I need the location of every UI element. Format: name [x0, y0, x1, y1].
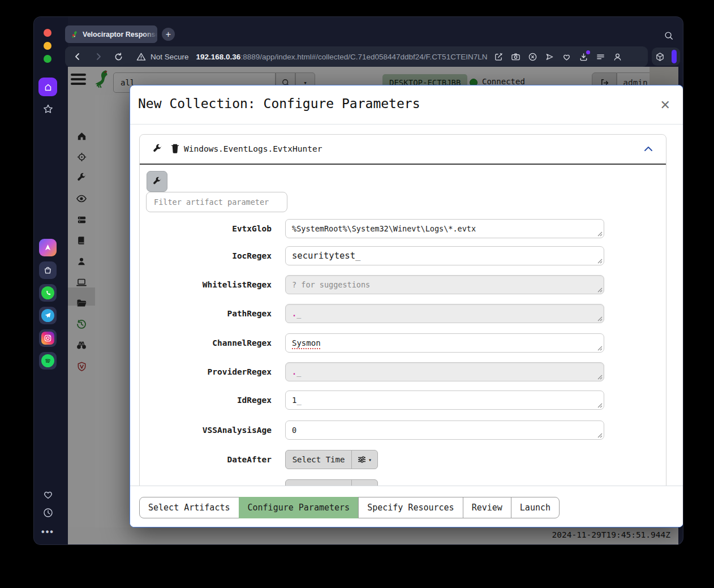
velociraptor-favicon: [70, 30, 79, 39]
field-label: IocRegex: [140, 246, 272, 265]
more-options-icon[interactable]: •••: [42, 526, 54, 538]
field-label: IdRegex: [140, 390, 272, 410]
favorite-heart-icon[interactable]: [562, 52, 571, 62]
resize-handle-icon[interactable]: [597, 346, 603, 351]
whitelistregex-textarea[interactable]: ? for suggestions: [285, 275, 604, 294]
minimize-window-button[interactable]: [44, 42, 51, 50]
close-icon[interactable]: ✕: [660, 98, 670, 113]
field-placeholder: ? for suggestions: [292, 280, 370, 289]
modal-title: New Collection: Configure Parameters: [138, 96, 420, 111]
resize-handle-icon[interactable]: [597, 433, 603, 438]
providerregex-textarea[interactable]: ._: [285, 362, 604, 381]
collapse-chevron-up-icon[interactable]: [643, 145, 653, 153]
step-select-artifacts[interactable]: Select Artifacts: [139, 497, 239, 518]
field-label: DateAfter: [140, 450, 272, 469]
reload-icon[interactable]: [114, 52, 123, 62]
app-shortcut-store[interactable]: [39, 261, 57, 279]
telegram-icon: [41, 309, 54, 322]
filter-parameter-input[interactable]: Filter artifact parameter: [146, 192, 287, 212]
browser-tab[interactable]: Velociraptor Response a: [65, 25, 157, 43]
chevron-down-icon: ▾: [368, 457, 372, 463]
evtxglob-textarea[interactable]: %SystemRoot%\System32\Winevt\Logs\*.evtx: [285, 219, 604, 238]
velociraptor-app: all ▾ DESKTOP-ECTBJBB Connected admin: [68, 67, 678, 544]
cursor-arrow-icon: [44, 243, 52, 252]
field-label: ProviderRegex: [140, 362, 272, 381]
address-bar[interactable]: Not Secure 192.168.0.36:8889/app/index.h…: [65, 46, 648, 67]
favorites-star-icon[interactable]: [42, 103, 54, 115]
artifact-card: Windows.EventLogs.EvtxHunter Filter arti…: [139, 134, 666, 527]
browser-sidebar: •••: [34, 17, 68, 544]
extension-indicator-pill[interactable]: [672, 50, 677, 63]
field-label: WhitelistRegex: [140, 275, 272, 294]
dateafter-options-button[interactable]: ▾: [351, 450, 378, 469]
search-icon[interactable]: [664, 31, 674, 41]
field-value: 0: [292, 426, 296, 435]
resize-handle-icon[interactable]: [597, 316, 603, 321]
field-value: securitytest: [292, 251, 355, 261]
vssanalysisage-textarea[interactable]: 0: [285, 420, 604, 440]
new-tab-button[interactable]: +: [162, 28, 175, 41]
channelregex-textarea[interactable]: Sysmon: [285, 333, 604, 353]
library-heart-icon[interactable]: [42, 488, 54, 500]
step-launch[interactable]: Launch: [511, 497, 560, 518]
app-shortcut-instagram[interactable]: [39, 329, 57, 347]
modal-header: New Collection: Configure Parameters ✕: [130, 85, 683, 125]
app-shortcut-whatsapp[interactable]: [39, 284, 57, 302]
reading-list-icon[interactable]: [596, 52, 605, 62]
share-send-icon[interactable]: [545, 52, 554, 62]
profile-icon[interactable]: [613, 52, 622, 62]
resize-handle-icon[interactable]: [597, 231, 603, 237]
field-value: .: [292, 309, 296, 318]
extensions-group[interactable]: [652, 48, 680, 66]
extension-cube-icon[interactable]: [655, 52, 665, 62]
history-clock-icon[interactable]: [42, 507, 54, 518]
iocregex-textarea[interactable]: securitytest_: [285, 246, 604, 265]
screenshot-camera-icon[interactable]: [511, 52, 521, 62]
app-shortcut-spotify[interactable]: [39, 352, 57, 370]
pathregex-textarea[interactable]: ._: [285, 304, 604, 323]
resize-handle-icon[interactable]: [597, 375, 603, 380]
download-badge-dot: [586, 50, 590, 54]
new-collection-modal: New Collection: Configure Parameters ✕ W…: [130, 85, 683, 527]
url-path: :8889/app/index.html#/collected/C.71ed05…: [240, 53, 487, 61]
close-window-button[interactable]: [44, 29, 51, 37]
text-cursor: _: [355, 251, 360, 261]
modal-footer: Select Artifacts Configure Parameters Sp…: [130, 486, 683, 527]
idregex-textarea[interactable]: 1_: [285, 390, 604, 410]
edit-page-icon[interactable]: [494, 52, 504, 62]
whatsapp-icon: [41, 286, 54, 299]
step-review[interactable]: Review: [463, 497, 511, 518]
text-cursor: _: [296, 367, 301, 376]
parameter-wrench-toggle[interactable]: [147, 171, 167, 192]
maximize-window-button[interactable]: [44, 55, 51, 63]
select-time-label: Select Time: [293, 455, 345, 464]
resize-handle-icon[interactable]: [597, 403, 603, 408]
filter-placeholder: Filter artifact parameter: [154, 198, 269, 207]
not-secure-warning-icon: [136, 52, 146, 62]
dateafter-select-time-button[interactable]: Select Time: [285, 450, 352, 469]
resize-handle-icon[interactable]: [597, 287, 603, 293]
artifact-card-header[interactable]: Windows.EventLogs.EvtxHunter: [140, 135, 666, 165]
app-shortcut-telegram[interactable]: [39, 307, 57, 324]
home-icon: [43, 82, 53, 92]
step-configure-parameters[interactable]: Configure Parameters: [239, 497, 359, 518]
back-icon[interactable]: [73, 52, 82, 61]
wizard-steps: Select Artifacts Configure Parameters Sp…: [139, 497, 560, 518]
trash-icon[interactable]: [170, 143, 180, 154]
app-shortcut-gradient[interactable]: [39, 239, 57, 256]
artifact-name: Windows.EventLogs.EvtxHunter: [184, 144, 322, 153]
url-text: 192.168.0.36:8889/app/index.html#/collec…: [196, 53, 488, 61]
downloads-icon[interactable]: [579, 52, 588, 62]
home-button[interactable]: [38, 78, 57, 96]
step-specify-resources[interactable]: Specify Resources: [358, 497, 463, 518]
field-label: ChannelRegex: [140, 333, 272, 353]
shield-block-icon[interactable]: [528, 52, 537, 62]
resize-handle-icon[interactable]: [597, 259, 603, 264]
security-label: Not Secure: [150, 53, 189, 61]
spotify-icon: [41, 354, 54, 367]
field-value: 1: [292, 396, 296, 405]
configure-wrench-icon[interactable]: [152, 144, 162, 154]
text-cursor: _: [296, 396, 301, 405]
url-host: 192.168.0.36: [196, 53, 241, 61]
forward-icon[interactable]: [94, 52, 103, 61]
